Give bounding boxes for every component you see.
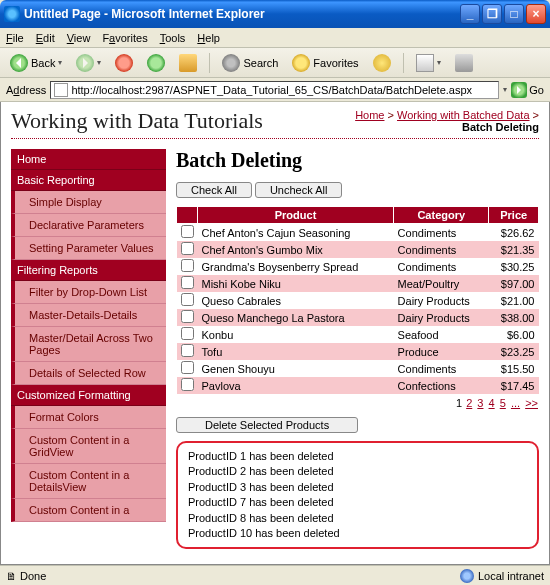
site-title: Working with Data Tutorials (11, 108, 263, 134)
go-button[interactable]: Go (511, 82, 544, 98)
refresh-button[interactable] (143, 52, 169, 74)
home-button[interactable] (175, 52, 201, 74)
cell-category: Condiments (394, 360, 489, 377)
history-icon (373, 54, 391, 72)
cell-product: Queso Manchego La Pastora (198, 309, 394, 326)
nav-custom-gridview[interactable]: Custom Content in a GridView (11, 429, 166, 464)
table-row: Mishi Kobe NikuMeat/Poultry$97.00 (177, 275, 539, 292)
forward-button[interactable]: ▾ (72, 52, 105, 74)
back-button[interactable]: Back▾ (6, 52, 66, 74)
cell-product: Chef Anton's Cajun Seasoning (198, 224, 394, 242)
menu-edit[interactable]: Edit (36, 32, 55, 44)
cell-product: Mishi Kobe Niku (198, 275, 394, 292)
sidebar: Home Basic Reporting Simple Display Decl… (11, 149, 166, 549)
col-price[interactable]: Price (489, 207, 539, 224)
cell-price: $15.50 (489, 360, 539, 377)
pager-5[interactable]: 5 (500, 397, 506, 409)
nav-details-selected-row[interactable]: Details of Selected Row (11, 362, 166, 385)
table-row: TofuProduce$23.25 (177, 343, 539, 360)
row-checkbox[interactable] (181, 361, 194, 374)
pager-3[interactable]: 3 (477, 397, 483, 409)
row-checkbox[interactable] (181, 310, 194, 323)
page-viewport: Working with Data Tutorials Home > Worki… (0, 102, 550, 565)
cell-category: Dairy Products (394, 292, 489, 309)
mail-icon (416, 54, 434, 72)
nav-simple-display[interactable]: Simple Display (11, 191, 166, 214)
breadcrumb-section[interactable]: Working with Batched Data (397, 109, 529, 121)
pager-4[interactable]: 4 (489, 397, 495, 409)
nav-declarative-parameters[interactable]: Declarative Parameters (11, 214, 166, 237)
nav-basic-reporting[interactable]: Basic Reporting (11, 170, 166, 191)
row-checkbox[interactable] (181, 242, 194, 255)
url-dropdown[interactable]: ▾ (503, 85, 507, 94)
url-field[interactable]: http://localhost:2987/ASPNET_Data_Tutori… (50, 81, 499, 99)
print-button[interactable] (451, 52, 477, 74)
nav-filtering-reports[interactable]: Filtering Reports (11, 260, 166, 281)
menu-help[interactable]: Help (197, 32, 220, 44)
pager-2[interactable]: 2 (466, 397, 472, 409)
table-row: Queso Manchego La PastoraDairy Products$… (177, 309, 539, 326)
breadcrumb-current: Batch Deleting (462, 121, 539, 133)
cell-category: Dairy Products (394, 309, 489, 326)
pager: 1 2 3 4 5 ... >> (176, 397, 539, 409)
nav-master-detail-two-pages[interactable]: Master/Detail Across Two Pages (11, 327, 166, 362)
nav-master-details-details[interactable]: Master-Details-Details (11, 304, 166, 327)
col-product[interactable]: Product (198, 207, 394, 224)
row-checkbox[interactable] (181, 259, 194, 272)
nav-setting-parameter-values[interactable]: Setting Parameter Values (11, 237, 166, 260)
status-bar: 🗎 Done Local intranet (0, 565, 550, 585)
menu-bar: File Edit View Favorites Tools Help (0, 28, 550, 48)
cell-category: Seafood (394, 326, 489, 343)
pager-dots[interactable]: ... (511, 397, 520, 409)
pager-next[interactable]: >> (525, 397, 538, 409)
uncheck-all-button[interactable]: Uncheck All (255, 182, 342, 198)
row-checkbox[interactable] (181, 378, 194, 391)
history-button[interactable] (369, 52, 395, 74)
maximize-button[interactable]: □ (504, 4, 524, 24)
nav-custom-content[interactable]: Custom Content in a (11, 499, 166, 522)
refresh-icon (147, 54, 165, 72)
stop-button[interactable] (111, 52, 137, 74)
menu-favorites[interactable]: Favorites (102, 32, 147, 44)
menu-tools[interactable]: Tools (160, 32, 186, 44)
intranet-icon (460, 569, 474, 583)
menu-file[interactable]: File (6, 32, 24, 44)
breadcrumb: Home > Working with Batched Data > Batch… (339, 109, 539, 133)
cell-price: $17.45 (489, 377, 539, 394)
nav-filter-dropdown[interactable]: Filter by Drop-Down List (11, 281, 166, 304)
status-message: ProductID 2 has been deleted (188, 464, 527, 479)
nav-customized-formatting[interactable]: Customized Formatting (11, 385, 166, 406)
breadcrumb-home[interactable]: Home (355, 109, 384, 121)
go-label: Go (529, 84, 544, 96)
menu-view[interactable]: View (67, 32, 91, 44)
nav-format-colors[interactable]: Format Colors (11, 406, 166, 429)
row-checkbox[interactable] (181, 327, 194, 340)
row-checkbox[interactable] (181, 276, 194, 289)
restore-button[interactable]: ❐ (482, 4, 502, 24)
minimize-button[interactable]: _ (460, 4, 480, 24)
table-row: Grandma's Boysenberry SpreadCondiments$3… (177, 258, 539, 275)
search-label: Search (243, 57, 278, 69)
check-all-button[interactable]: Check All (176, 182, 252, 198)
row-checkbox[interactable] (181, 344, 194, 357)
nav-home[interactable]: Home (11, 149, 166, 170)
mail-button[interactable]: ▾ (412, 52, 445, 74)
delete-selected-button[interactable]: Delete Selected Products (176, 417, 358, 433)
close-button[interactable]: × (526, 4, 546, 24)
favorites-button[interactable]: Favorites (288, 52, 362, 74)
window-title: Untitled Page - Microsoft Internet Explo… (24, 7, 460, 21)
star-icon (292, 54, 310, 72)
home-icon (179, 54, 197, 72)
search-button[interactable]: Search (218, 52, 282, 74)
search-icon (222, 54, 240, 72)
row-checkbox[interactable] (181, 225, 194, 238)
stop-icon (115, 54, 133, 72)
status-message: ProductID 10 has been deleted (188, 526, 527, 541)
status-right: Local intranet (460, 569, 544, 583)
back-icon (10, 54, 28, 72)
col-category[interactable]: Category (394, 207, 489, 224)
nav-custom-detailsview[interactable]: Custom Content in a DetailsView (11, 464, 166, 499)
row-checkbox[interactable] (181, 293, 194, 306)
cell-product: Konbu (198, 326, 394, 343)
cell-product: Grandma's Boysenberry Spread (198, 258, 394, 275)
